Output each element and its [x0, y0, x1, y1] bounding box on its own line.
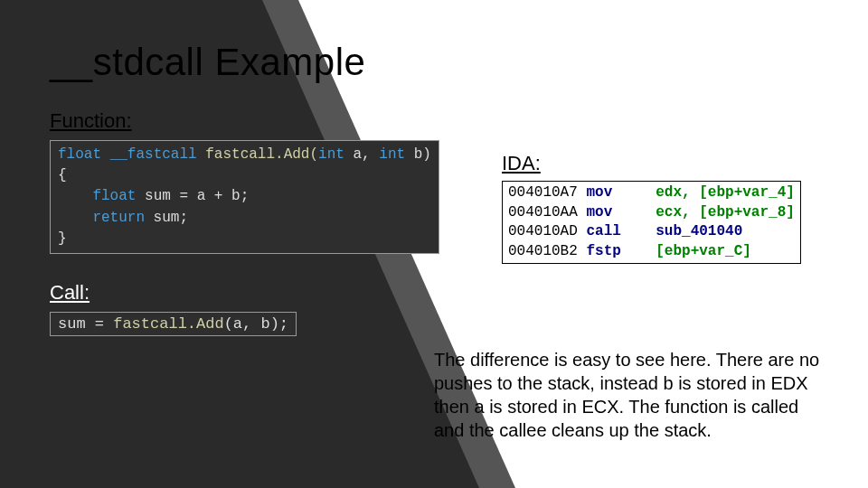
code-token: float: [58, 146, 101, 163]
code-token: [58, 210, 92, 226]
function-code-box: float __fastcall fastcall.Add(int a, int…: [50, 140, 439, 254]
code-token: fastcall.Add: [113, 315, 223, 333]
code-token: }: [58, 230, 67, 247]
code-token: return: [92, 210, 145, 226]
function-section: Function: float __fastcall fastcall.Add(…: [50, 109, 823, 336]
code-token: a,: [344, 146, 379, 163]
code-token: fastcall.Add(: [205, 146, 318, 163]
call-code-box: sum = fastcall.Add(a, b);: [50, 312, 297, 336]
code-token: [58, 188, 92, 204]
code-token: int: [318, 146, 344, 163]
code-token: sum;: [145, 210, 188, 226]
slide-title: __stdcall Example: [50, 41, 823, 84]
code-token: b): [405, 146, 431, 163]
code-token: sum =: [58, 315, 113, 333]
explanation-paragraph: The difference is easy to see here. Ther…: [434, 348, 832, 442]
code-token: __fastcall: [110, 146, 197, 163]
code-token: (a, b);: [224, 315, 288, 333]
code-token: int: [379, 146, 405, 163]
code-token: {: [58, 167, 67, 183]
code-token: float: [92, 188, 136, 204]
call-label: Call:: [50, 281, 823, 305]
code-token: sum = a + b;: [136, 188, 249, 204]
call-section: Call: sum = fastcall.Add(a, b);: [50, 281, 823, 336]
function-label: Function:: [50, 109, 823, 133]
